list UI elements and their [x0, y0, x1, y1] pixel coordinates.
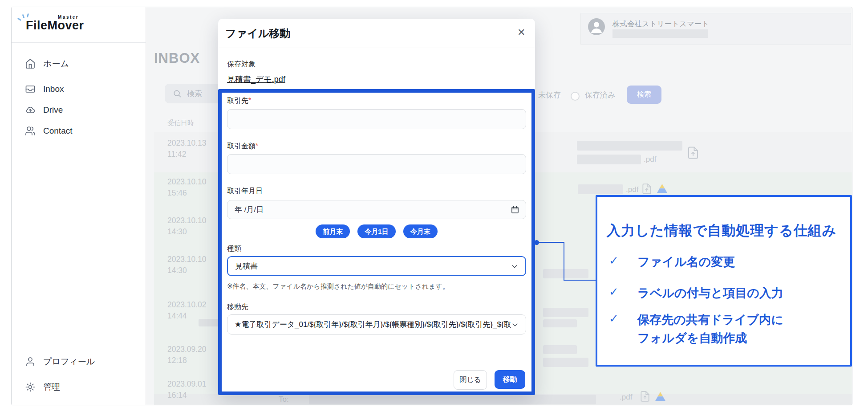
modal-header: ファイル移動 ✕ [218, 19, 535, 48]
sidebar-item-home[interactable]: ホーム [25, 57, 69, 70]
redacted-bar [543, 269, 588, 278]
brand-name: FileMover [26, 19, 84, 33]
user-icon [25, 356, 36, 367]
sparkle-icon [22, 14, 24, 18]
filter-saved-label[interactable]: 保存済み [585, 90, 615, 100]
check-icon: ✓ [609, 254, 619, 268]
sidebar-item-contact[interactable]: Contact [25, 124, 72, 138]
redacted-subject-bar [577, 141, 682, 151]
row-received-datetime: 2023.09.0116:14 [167, 379, 207, 401]
redacted-bar [543, 308, 588, 317]
search-placeholder: 検索 [187, 89, 202, 99]
highlight-border-box [218, 89, 535, 395]
type-select[interactable]: 見積書 [227, 256, 526, 276]
pdf-extension: .pdf [644, 155, 656, 164]
row-received-datetime: 2023.10.1311:42 [167, 138, 207, 160]
callout-item: ラベルの付与と項目の入力 [637, 284, 783, 302]
redacted-filename-bar [577, 155, 641, 164]
redacted-recipient-bar [309, 395, 596, 404]
google-drive-icon [655, 392, 665, 403]
amount-input[interactable] [227, 154, 526, 174]
pdf-extension: .pdf [626, 185, 638, 194]
connector-line [564, 242, 564, 281]
app-window: INBOX 検索 未保存 保存済み 検索 受信日時 2023.10.1311:4… [11, 7, 852, 405]
auto-set-note: ※件名、本文、ファイル名から推測された値が自動的にセットされます。 [227, 282, 449, 291]
page-title: INBOX [154, 50, 200, 66]
users-icon [25, 126, 36, 136]
avatar[interactable] [588, 18, 605, 35]
chip-this-month-end[interactable]: 今月末 [403, 224, 438, 238]
check-icon: ✓ [609, 285, 619, 299]
cloud-upload-icon [25, 105, 36, 115]
file-export-icon [641, 183, 653, 196]
google-drive-icon [657, 184, 667, 195]
home-icon [25, 58, 36, 69]
row-received-datetime: 2023.10.1014:30 [167, 254, 207, 277]
modal-title: ファイル移動 [225, 26, 290, 41]
redacted-account-bar [612, 29, 708, 38]
date-placeholder: 年 /月/日 [235, 204, 264, 215]
close-button[interactable]: 閉じる [454, 370, 487, 390]
type-select-value: 見積書 [235, 261, 258, 271]
chevron-down-icon [511, 321, 519, 328]
gear-icon [25, 382, 36, 392]
move-button[interactable]: 移動 [495, 370, 525, 389]
file-move-modal: ファイル移動 ✕ 保存対象 見積書_デモ.pdf 取引先* 取引金額* 取引年月… [218, 19, 535, 395]
sidebar-item-profile[interactable]: プロフィール [25, 355, 95, 368]
search-button[interactable]: 検索 [627, 86, 661, 104]
sparkle-icon [17, 18, 21, 21]
account-card [580, 13, 851, 45]
search-icon [173, 89, 182, 98]
redacted-bar [543, 345, 577, 354]
target-file-link[interactable]: 見積書_デモ.pdf [227, 74, 285, 85]
sidebar-item-admin[interactable]: 管理 [25, 380, 60, 394]
sparkle-icon [27, 13, 29, 17]
filter-saved-radio[interactable] [571, 92, 580, 101]
row-received-datetime: 2023.09.2012:18 [167, 344, 207, 367]
callout-title: 入力した情報で自動処理する仕組み [607, 221, 836, 240]
chip-this-month-first[interactable]: 今月1日 [357, 224, 395, 238]
column-header-received: 受信日時 [167, 119, 194, 127]
sidebar-item-inbox[interactable]: Inbox [25, 82, 64, 96]
close-icon[interactable]: ✕ [517, 27, 525, 38]
inbox-icon [25, 84, 36, 94]
chip-prev-month-end[interactable]: 前月末 [316, 224, 350, 238]
row-received-datetime: 2023.10.1015:46 [167, 176, 207, 199]
to-label: To: [279, 395, 289, 404]
redacted-bar [543, 358, 588, 367]
file-export-icon [639, 391, 651, 404]
logo[interactable]: Master FileMover [12, 7, 146, 43]
transaction-date-input[interactable]: 年 /月/日 [227, 200, 526, 219]
callout-item: ファイル名の変更 [637, 253, 735, 271]
filter-unsaved-label[interactable]: 未保存 [538, 90, 561, 100]
feature-callout: 入力した情報で自動処理する仕組み ✓ ファイル名の変更 ✓ ラベルの付与と項目の… [596, 195, 852, 367]
row-received-datetime: 2023.10.1014:30 [167, 215, 207, 238]
date-shortcut-chips: 前月末 今月1日 今月末 [227, 224, 526, 238]
target-label: 保存対象 [227, 60, 256, 69]
redacted-bar [543, 319, 577, 327]
chevron-down-icon [511, 263, 518, 270]
destination-select-value: ★電子取引データ_01/${取引年}/${取引年月}/${帳票種別}/${取引先… [235, 319, 511, 330]
connector-line [564, 280, 596, 281]
destination-select[interactable]: ★電子取引データ_01/${取引年}/${取引年月}/${帳票種別}/${取引先… [227, 314, 526, 334]
connector-dot [534, 240, 539, 245]
sidebar-item-drive[interactable]: Drive [25, 103, 63, 117]
pdf-extension: .pdf [620, 393, 632, 402]
redacted-filename-bar [578, 184, 623, 194]
sidebar: Master FileMover ホーム Inbox Drive Contact… [12, 7, 146, 405]
file-export-icon [686, 146, 700, 161]
callout-item: 保存先の共有ドライブ内にフォルダを自動作成 [637, 311, 783, 347]
partner-input[interactable] [227, 109, 526, 129]
company-name: 株式会社ストリートスマート [612, 19, 709, 29]
calendar-icon[interactable] [511, 205, 519, 214]
connector-line [539, 242, 564, 243]
check-icon: ✓ [609, 312, 619, 326]
